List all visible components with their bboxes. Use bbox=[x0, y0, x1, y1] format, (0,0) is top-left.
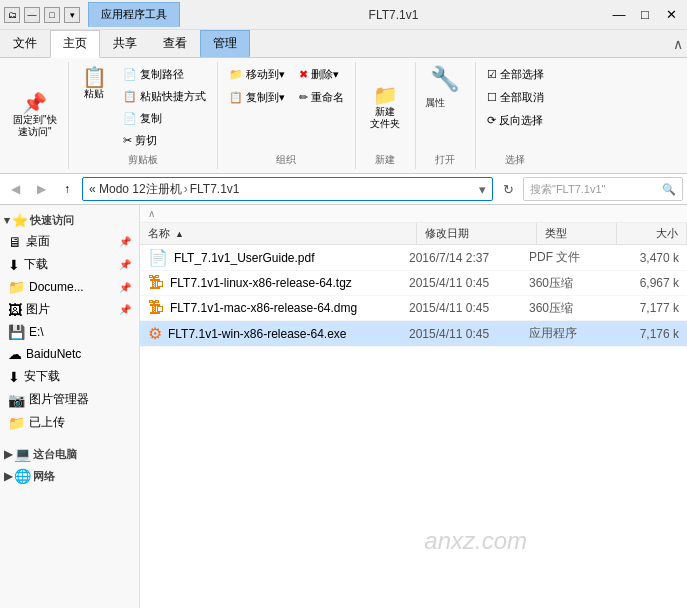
copy-to-label: 复制到▾ bbox=[246, 90, 285, 105]
network-label: 网络 bbox=[33, 469, 55, 484]
ribbon-tabs: 文件 主页 共享 查看 管理 ∧ bbox=[0, 30, 687, 58]
edrive-icon: 💾 bbox=[8, 324, 25, 340]
dmg-filename: FLT7.1v1-mac-x86-release-64.dmg bbox=[170, 301, 409, 315]
pdf-icon: 📄 bbox=[148, 248, 168, 267]
tab-view[interactable]: 查看 bbox=[150, 30, 200, 57]
back-button[interactable]: ◀ bbox=[4, 178, 26, 200]
search-box[interactable]: 搜索"FLT7.1v1" 🔍 bbox=[523, 177, 683, 201]
copy-to-button[interactable]: 📋 复制到▾ bbox=[224, 87, 290, 108]
breadcrumb-part1: « Modo 12注册机 bbox=[89, 181, 182, 198]
dmg-date: 2015/4/11 0:45 bbox=[409, 301, 529, 315]
uploaded-icon: 📁 bbox=[8, 415, 25, 431]
andownload-label: 安下载 bbox=[24, 368, 60, 385]
sidebar-item-uploaded[interactable]: 📁 已上传 bbox=[0, 411, 139, 434]
address-box[interactable]: « Modo 12注册机 › FLT7.1v1 ▾ bbox=[82, 177, 493, 201]
desktop-pin-icon: 📌 bbox=[119, 236, 131, 247]
organize-row1: 📁 移动到▾ ✖ 删除▾ bbox=[224, 64, 344, 85]
refresh-button[interactable]: ↻ bbox=[497, 178, 519, 200]
edrive-label: E:\ bbox=[29, 325, 44, 339]
delete-icon: ✖ bbox=[299, 68, 308, 81]
tab-share[interactable]: 共享 bbox=[100, 30, 150, 57]
pin-to-quickaccess-button[interactable]: 📌 固定到"快速访问" bbox=[8, 90, 62, 141]
up-button[interactable]: ↑ bbox=[56, 178, 78, 200]
window-title: FLT7.1v1 bbox=[180, 8, 607, 22]
exe-type: 应用程序 bbox=[529, 325, 609, 342]
ribbon-group-organize: 📁 移动到▾ ✖ 删除▾ 📋 复制到▾ ✏ 重命名 bbox=[218, 62, 356, 169]
select-label: 选择 bbox=[505, 153, 525, 167]
file-row-tgz[interactable]: 🗜 FLT7.1v1-linux-x86-release-64.tgz 2015… bbox=[140, 271, 687, 296]
file-row-exe[interactable]: ⚙ FLT7.1v1-win-x86-release-64.exe 2015/4… bbox=[140, 321, 687, 347]
copy-button[interactable]: 📄 复制 bbox=[118, 108, 211, 129]
network-item[interactable]: ▶ 🌐 网络 bbox=[0, 464, 139, 486]
rename-button[interactable]: ✏ 重命名 bbox=[294, 87, 349, 108]
col-header-type[interactable]: 类型 bbox=[537, 223, 617, 244]
copy-to-icon: 📋 bbox=[229, 91, 243, 104]
paste-shortcut-icon: 📋 bbox=[123, 90, 137, 103]
dmg-type: 360压缩 bbox=[529, 300, 609, 317]
sidebar-item-documents[interactable]: 📁 Docume... 📌 bbox=[0, 276, 139, 298]
delete-button[interactable]: ✖ 删除▾ bbox=[294, 64, 344, 85]
close-button[interactable]: ✕ bbox=[659, 5, 683, 25]
sidebar-item-baidu[interactable]: ☁ BaiduNetc bbox=[0, 343, 139, 365]
properties-button[interactable]: 🔧 bbox=[425, 64, 465, 94]
tab-manage[interactable]: 管理 bbox=[200, 30, 250, 57]
pdf-type: PDF 文件 bbox=[529, 249, 609, 266]
new-buttons: 📁 新建文件夹 bbox=[365, 64, 405, 151]
ribbon-collapse-icon[interactable]: ∧ bbox=[673, 36, 683, 52]
ribbon-group-open: 🔧 属性 打开 bbox=[416, 62, 476, 169]
move-label: 移动到▾ bbox=[246, 67, 285, 82]
breadcrumb-part2: FLT7.1v1 bbox=[190, 182, 240, 196]
cut-button[interactable]: ✂ 剪切 bbox=[118, 130, 211, 151]
organize-row2: 📋 复制到▾ ✏ 重命名 bbox=[224, 87, 349, 108]
maximize-button[interactable]: □ bbox=[633, 5, 657, 25]
this-pc-chevron: ▶ bbox=[4, 448, 12, 461]
cut-label: 剪切 bbox=[135, 133, 157, 148]
quick-access-header[interactable]: ▾ ⭐ 快速访问 bbox=[0, 209, 139, 230]
select-all-button[interactable]: ☑ 全部选择 bbox=[482, 64, 549, 85]
paste-shortcut-label: 粘贴快捷方式 bbox=[140, 89, 206, 104]
minimize-button[interactable]: — bbox=[607, 5, 631, 25]
this-pc-icon: 💻 bbox=[14, 446, 31, 462]
app-tools-tab[interactable]: 应用程序工具 bbox=[88, 2, 180, 27]
menu-icon: ▾ bbox=[64, 7, 80, 23]
pictures-icon: 🖼 bbox=[8, 302, 22, 318]
new-folder-button[interactable]: 📁 新建文件夹 bbox=[365, 82, 405, 133]
tab-home[interactable]: 主页 bbox=[50, 30, 100, 58]
copy-path-button[interactable]: 📄 复制路径 bbox=[118, 64, 211, 85]
deselect-all-icon: ☐ bbox=[487, 91, 497, 104]
pdf-size: 3,470 k bbox=[609, 251, 679, 265]
open-label: 打开 bbox=[435, 153, 455, 167]
forward-button[interactable]: ▶ bbox=[30, 178, 52, 200]
this-pc-item[interactable]: ▶ 💻 这台电脑 bbox=[0, 442, 139, 464]
copy-icon: 📄 bbox=[123, 112, 137, 125]
col-header-date[interactable]: 修改日期 bbox=[417, 223, 537, 244]
file-row-dmg[interactable]: 🗜 FLT7.1v1-mac-x86-release-64.dmg 2015/4… bbox=[140, 296, 687, 321]
uploaded-label: 已上传 bbox=[29, 414, 65, 431]
baidu-label: BaiduNetc bbox=[26, 347, 81, 361]
col-header-name[interactable]: 名称 ▲ bbox=[140, 223, 417, 244]
dmg-icon: 🗜 bbox=[148, 299, 164, 317]
move-icon: 📁 bbox=[229, 68, 243, 81]
pdf-filename: FLT_7.1v1_UserGuide.pdf bbox=[174, 251, 409, 265]
sidebar-item-desktop[interactable]: 🖥 桌面 📌 bbox=[0, 230, 139, 253]
sidebar-item-andownload[interactable]: ⬇ 安下载 bbox=[0, 365, 139, 388]
sort-indicator-row: ∧ bbox=[140, 205, 687, 223]
pictures-pin-icon: 📌 bbox=[119, 304, 131, 315]
tab-file[interactable]: 文件 bbox=[0, 30, 50, 57]
sidebar-item-picmanager[interactable]: 📷 图片管理器 bbox=[0, 388, 139, 411]
documents-pin-icon: 📌 bbox=[119, 282, 131, 293]
baidu-icon: ☁ bbox=[8, 346, 22, 362]
paste-shortcut-button[interactable]: 📋 粘贴快捷方式 bbox=[118, 86, 211, 107]
deselect-all-button[interactable]: ☐ 全部取消 bbox=[482, 87, 549, 108]
sidebar-item-edrive[interactable]: 💾 E:\ bbox=[0, 321, 139, 343]
sidebar-item-pictures[interactable]: 🖼 图片 📌 bbox=[0, 298, 139, 321]
address-dropdown-icon[interactable]: ▾ bbox=[479, 182, 486, 197]
paste-button[interactable]: 📋 粘贴 bbox=[75, 64, 114, 103]
ribbon-group-select: ☑ 全部选择 ☐ 全部取消 ⟳ 反向选择 选择 bbox=[476, 62, 555, 169]
sidebar-item-downloads[interactable]: ⬇ 下载 📌 bbox=[0, 253, 139, 276]
file-row-pdf[interactable]: 📄 FLT_7.1v1_UserGuide.pdf 2016/7/14 2:37… bbox=[140, 245, 687, 271]
col-header-size[interactable]: 大小 bbox=[617, 223, 687, 244]
move-to-button[interactable]: 📁 移动到▾ bbox=[224, 64, 290, 85]
exe-date: 2015/4/11 0:45 bbox=[409, 327, 529, 341]
invert-selection-button[interactable]: ⟳ 反向选择 bbox=[482, 110, 548, 131]
